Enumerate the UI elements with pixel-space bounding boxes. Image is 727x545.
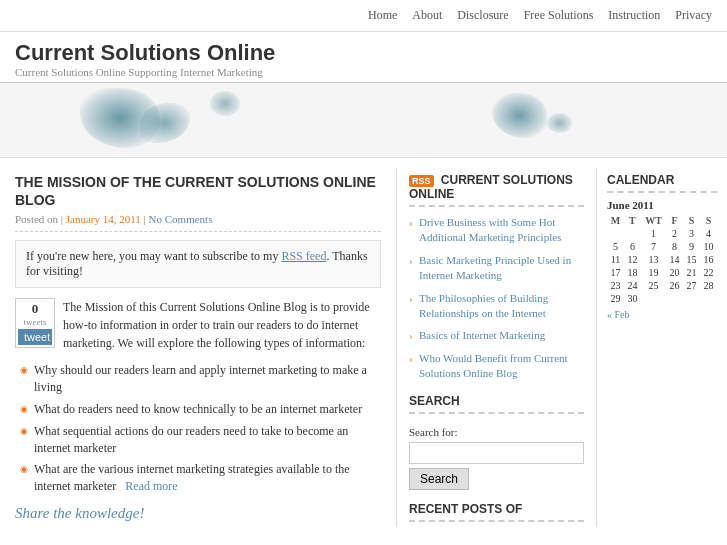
list-item: What do readers need to know technically… — [20, 401, 381, 418]
list-item: Basics of Internet Marketing — [409, 328, 584, 343]
sidebar-link[interactable]: Drive Business with Some Hot Additional … — [419, 216, 561, 243]
banner — [0, 83, 727, 158]
cal-header: S — [700, 214, 717, 227]
sidebar-link[interactable]: The Philosophies of Building Relationshi… — [419, 292, 548, 319]
post-body: The Mission of this Current Solutions On… — [63, 298, 381, 352]
calendar-prev[interactable]: « Feb — [607, 309, 630, 320]
nav-about[interactable]: About — [412, 8, 442, 22]
list-item: Basic Marketing Principle Used in Intern… — [409, 253, 584, 284]
tweet-button[interactable]: tweet — [18, 329, 52, 345]
sidebar: RSS CURRENT SOLUTIONS ONLINE Drive Busin… — [397, 168, 597, 527]
ink-splash-right2 — [547, 113, 572, 133]
search-label: Search for: — [409, 426, 584, 438]
sidebar-link[interactable]: Basics of Internet Marketing — [419, 329, 545, 341]
list-item: Why should our readers learn and apply i… — [20, 362, 381, 396]
site-title: Current Solutions Online — [15, 40, 712, 66]
calendar-title: CALENDAR — [607, 173, 717, 193]
share-text: Share the knowledge! — [15, 505, 144, 521]
nav-privacy[interactable]: Privacy — [675, 8, 712, 22]
subscribe-text: If you're new here, you may want to subs… — [26, 249, 281, 263]
main-wrapper: THE MISSION OF THE CURRENT SOLUTIONS ONL… — [0, 158, 727, 537]
table-row: 1234 — [607, 227, 717, 240]
post-date[interactable]: January 14, 2011 — [66, 213, 141, 225]
tweet-box: 0 tweets tweet The Mission of this Curre… — [15, 298, 381, 352]
list-item: The Philosophies of Building Relationshi… — [409, 291, 584, 322]
recent-posts-title: RECENT POSTS OF — [409, 502, 584, 522]
list-item: Drive Business with Some Hot Additional … — [409, 215, 584, 246]
search-widget-title: SEARCH — [409, 394, 584, 414]
cal-header: T — [624, 214, 641, 227]
table-row: 232425262728 — [607, 279, 717, 292]
read-more-link[interactable]: Read more — [125, 479, 177, 493]
tweet-counter: 0 tweets tweet — [15, 298, 55, 352]
nav-free-solutions[interactable]: Free Solutions — [524, 8, 594, 22]
right-sidebar: CALENDAR June 2011 M T WT F S S 1234 567… — [597, 168, 727, 527]
rss-link[interactable]: RSS feed — [281, 249, 326, 263]
rss-icon: RSS — [409, 175, 434, 187]
post-meta: Posted on | January 14, 2011 | No Commen… — [15, 213, 381, 232]
post-title: THE MISSION OF THE CURRENT SOLUTIONS ONL… — [15, 173, 381, 209]
list-item: What sequential actions do our readers n… — [20, 423, 381, 457]
bullet-list: Why should our readers learn and apply i… — [15, 362, 381, 495]
sidebar-links: Drive Business with Some Hot Additional … — [409, 215, 584, 382]
content-area: THE MISSION OF THE CURRENT SOLUTIONS ONL… — [0, 168, 397, 527]
search-button[interactable]: Search — [409, 468, 469, 490]
nav-home[interactable]: Home — [368, 8, 397, 22]
table-row: 2930 — [607, 292, 717, 305]
sidebar-link[interactable]: Who Would Benefit from Current Solutions… — [419, 352, 568, 379]
site-tagline: Current Solutions Online Supporting Inte… — [15, 66, 712, 78]
table-row: 171819202122 — [607, 266, 717, 279]
cal-header: M — [607, 214, 624, 227]
list-item: Who Would Benefit from Current Solutions… — [409, 351, 584, 382]
ink-splash-right — [492, 93, 547, 138]
search-input[interactable] — [409, 442, 584, 464]
ink-splash-left2 — [140, 103, 190, 143]
sidebar-link[interactable]: Basic Marketing Principle Used in Intern… — [419, 254, 571, 281]
subscribe-box: If you're new here, you may want to subs… — [15, 240, 381, 288]
top-navigation: Home About Disclosure Free Solutions Ins… — [0, 0, 727, 32]
search-widget: Search for: Search — [409, 426, 584, 490]
table-row: 5678910 — [607, 240, 717, 253]
cal-header: F — [666, 214, 683, 227]
share-box: Share the knowledge! — [15, 505, 381, 522]
rss-widget-title: RSS CURRENT SOLUTIONS ONLINE — [409, 173, 584, 207]
list-item: What are the various internet marketing … — [20, 461, 381, 495]
nav-disclosure[interactable]: Disclosure — [457, 8, 508, 22]
calendar-table: M T WT F S S 1234 5678910 111213141516 — [607, 214, 717, 305]
tweet-count: 0 — [18, 301, 52, 317]
tweet-label: tweets — [18, 317, 52, 327]
cal-header: WT — [641, 214, 666, 227]
cal-header: S — [683, 214, 700, 227]
site-header: Current Solutions Online Current Solutio… — [0, 32, 727, 83]
ink-splash-left3 — [210, 91, 240, 116]
table-row: 111213141516 — [607, 253, 717, 266]
post-comments[interactable]: No Comments — [149, 213, 213, 225]
posted-label: Posted on | — [15, 213, 63, 225]
calendar-month: June 2011 — [607, 199, 717, 211]
nav-instruction[interactable]: Instruction — [608, 8, 660, 22]
calendar-nav: « Feb — [607, 309, 717, 320]
